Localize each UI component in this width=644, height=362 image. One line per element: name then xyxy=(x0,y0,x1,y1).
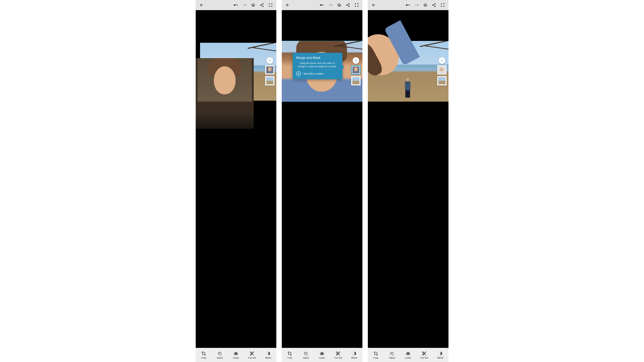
undo-button[interactable] xyxy=(404,1,412,9)
adjust-icon xyxy=(304,351,308,356)
adjust-label: Adjust xyxy=(389,357,395,359)
cutout-label: Cut Out xyxy=(248,357,256,359)
fullscreen-icon xyxy=(268,3,273,7)
crop-label: Crop xyxy=(373,357,378,359)
layers-icon xyxy=(423,3,428,7)
canvas[interactable] xyxy=(196,10,276,348)
adjust-label: Adjust xyxy=(303,357,309,359)
blend-tool[interactable]: Blend xyxy=(348,351,361,359)
bottom-toolbar: Crop Adjust Looks Cut Out Blend xyxy=(368,348,448,362)
cutout-tool[interactable]: Cut Out xyxy=(332,351,345,359)
bottom-toolbar: Crop Adjust Looks Cut Out Blend xyxy=(282,348,362,362)
person-figure xyxy=(404,78,411,100)
looks-label: Looks xyxy=(233,357,239,359)
fullscreen-icon xyxy=(354,3,359,7)
undo-icon xyxy=(320,3,324,7)
blend-icon xyxy=(266,351,270,356)
blend-tool[interactable]: Blend xyxy=(434,351,447,359)
layer-thumbnail-1[interactable] xyxy=(265,65,274,75)
redo-icon xyxy=(242,3,246,7)
back-button[interactable] xyxy=(369,1,378,9)
crop-icon xyxy=(201,351,206,356)
looks-tool[interactable]: Looks xyxy=(316,351,328,359)
blend-icon xyxy=(352,351,356,356)
redo-icon xyxy=(414,3,419,7)
top-toolbar xyxy=(282,0,362,10)
crop-tool[interactable]: Crop xyxy=(283,351,296,359)
cutout-tool[interactable]: Cut Out xyxy=(246,351,258,359)
portrait-image xyxy=(198,58,252,102)
cutout-label: Cut Out xyxy=(420,357,428,359)
tooltip-action-label: See this in action xyxy=(304,72,324,75)
arrow-left-icon xyxy=(199,3,204,7)
crop-tool[interactable]: Crop xyxy=(197,351,210,359)
crop-icon xyxy=(374,351,378,356)
redo-button xyxy=(412,1,421,9)
adjust-tool[interactable]: Adjust xyxy=(213,351,226,359)
merge-mask-tooltip: Merge and Mask Drag this photo over the … xyxy=(293,53,342,79)
layers-button[interactable] xyxy=(335,1,344,9)
canvas[interactable]: Merge and Mask Drag this photo over the … xyxy=(282,10,362,348)
adjust-tool[interactable]: Adjust xyxy=(299,351,312,359)
add-layer-button[interactable] xyxy=(266,57,273,64)
layer-thumbnail-1-selected[interactable] xyxy=(351,65,360,75)
layers-button[interactable] xyxy=(421,1,430,9)
layer-thumbnail-2[interactable] xyxy=(265,76,274,85)
blend-label: Blend xyxy=(351,357,357,359)
cutout-label: Cut Out xyxy=(334,357,342,359)
undo-button[interactable] xyxy=(232,1,240,9)
add-layer-button[interactable] xyxy=(352,57,359,64)
adjust-icon xyxy=(390,351,394,356)
undo-icon xyxy=(234,3,238,7)
cutout-tool[interactable]: Cut Out xyxy=(418,351,431,359)
undo-button[interactable] xyxy=(318,1,326,9)
blend-icon xyxy=(438,351,443,356)
blend-label: Blend xyxy=(265,357,271,359)
looks-icon xyxy=(406,351,410,356)
looks-tool[interactable]: Looks xyxy=(402,351,414,359)
top-toolbar xyxy=(368,0,448,10)
adjust-icon xyxy=(218,351,222,356)
tooltip-title: Merge and Mask xyxy=(296,56,339,60)
canvas[interactable] xyxy=(368,10,448,348)
redo-button xyxy=(240,1,249,9)
layer-thumbnail-2[interactable] xyxy=(437,76,447,85)
fullscreen-button[interactable] xyxy=(438,1,447,9)
layer-stack xyxy=(351,57,360,85)
looks-tool[interactable]: Looks xyxy=(230,351,242,359)
scissors-icon xyxy=(250,351,254,356)
blend-label: Blend xyxy=(438,357,443,359)
plus-icon xyxy=(268,59,272,62)
crop-icon xyxy=(288,351,292,356)
tooltip-body: Drag this photo over the other to merge … xyxy=(296,61,339,68)
share-button[interactable] xyxy=(258,1,266,9)
crop-tool[interactable]: Crop xyxy=(369,351,382,359)
layer-thumbnail-1[interactable] xyxy=(437,65,447,75)
fullscreen-icon xyxy=(440,3,445,7)
share-icon xyxy=(346,3,350,7)
play-icon xyxy=(296,71,301,76)
back-button[interactable] xyxy=(197,1,206,9)
looks-icon xyxy=(234,351,238,356)
add-layer-button[interactable] xyxy=(439,57,445,64)
redo-icon xyxy=(328,3,333,7)
plus-icon xyxy=(440,59,444,62)
layer-stack xyxy=(437,57,447,85)
fullscreen-button[interactable] xyxy=(266,1,275,9)
layers-button[interactable] xyxy=(249,1,258,9)
share-button[interactable] xyxy=(430,1,438,9)
layer-stack xyxy=(265,57,274,85)
fullscreen-button[interactable] xyxy=(352,1,361,9)
redo-button xyxy=(326,1,335,9)
share-button[interactable] xyxy=(344,1,352,9)
blend-tool[interactable]: Blend xyxy=(262,351,275,359)
looks-label: Looks xyxy=(405,357,411,359)
back-button[interactable] xyxy=(283,1,292,9)
screen-3: Crop Adjust Looks Cut Out Blend xyxy=(368,0,448,362)
adjust-tool[interactable]: Adjust xyxy=(386,351,398,359)
plus-icon xyxy=(354,59,358,62)
scissors-icon xyxy=(422,351,426,356)
layer-thumbnail-2[interactable] xyxy=(351,76,360,85)
see-in-action-button[interactable]: See this in action xyxy=(296,71,339,76)
foreground-photo-layer[interactable] xyxy=(196,58,254,129)
